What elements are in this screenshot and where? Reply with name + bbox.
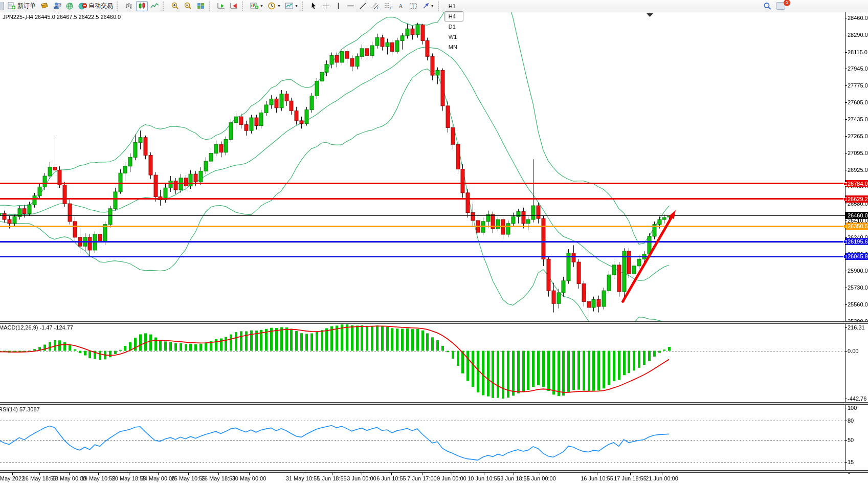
- macd-tick-label: 216.31: [848, 324, 865, 331]
- search-icon[interactable]: [762, 1, 773, 11]
- notifications-chat-icon[interactable]: 1: [774, 1, 787, 11]
- rsi-tick-label: 100: [848, 405, 857, 411]
- auto-trading-button[interactable]: 自动交易: [77, 1, 115, 11]
- auto-scroll-icon[interactable]: [215, 1, 227, 11]
- fibonacci-tool-icon[interactable]: F: [383, 1, 394, 11]
- price-badge: 26784.0: [845, 180, 868, 187]
- rsi-tick-label: 15: [848, 459, 854, 465]
- price-badge: 26629.2: [845, 195, 868, 203]
- new-order-button[interactable]: 新订单: [6, 1, 37, 11]
- timeframe-D1[interactable]: D1: [444, 21, 463, 32]
- price-tick-label: 27775.0: [848, 82, 868, 89]
- equidistant-channel-tool-icon[interactable]: E: [370, 1, 382, 11]
- time-tick-label: 15 Jun 00:00: [517, 475, 563, 481]
- toolbar-grip[interactable]: [438, 2, 442, 11]
- auto-trading-label: 自动交易: [88, 2, 113, 10]
- price-tick-label: 25560.0: [848, 301, 868, 308]
- price-tick-label: 27265.0: [848, 133, 868, 139]
- line-anchor-icon: [843, 225, 847, 228]
- price-tick-label: 26925.0: [848, 167, 868, 173]
- toolbar-grip[interactable]: [302, 2, 306, 11]
- bar-chart-mode-icon[interactable]: [123, 1, 135, 11]
- timeframe-H4[interactable]: H4: [444, 11, 463, 21]
- chevron-down-icon: ▼: [277, 4, 281, 8]
- candlestick-mode-icon[interactable]: [136, 1, 148, 11]
- macd-tick-label: 0.00: [848, 348, 858, 354]
- templates-button[interactable]: ▼: [283, 1, 300, 11]
- timeframe-W1[interactable]: W1: [444, 32, 463, 42]
- svg-text:T: T: [412, 4, 415, 9]
- text-tool-icon[interactable]: A: [395, 1, 407, 11]
- price-tick-label: 27435.0: [848, 116, 868, 122]
- chevron-down-icon: ▼: [431, 4, 434, 8]
- svg-text:E: E: [377, 6, 380, 10]
- macd-indicator-label: MACD(12,26,9) -1.47 -124.77: [0, 324, 73, 331]
- timeframe-MN[interactable]: MN: [444, 42, 463, 52]
- notification-count-badge: 1: [784, 0, 790, 6]
- price-tick-label: 28115.0: [848, 49, 867, 55]
- line-anchor-icon: [843, 197, 847, 201]
- symbol-period-label: JPN225-,H4: [3, 14, 33, 20]
- chevron-down-icon: ▼: [295, 4, 298, 8]
- periods-clock-button[interactable]: ▼: [266, 1, 282, 11]
- price-tick-label: 27095.0: [848, 150, 868, 156]
- chart-canvas[interactable]: [0, 0, 868, 483]
- chart-title-readout: JPN225-,H4 26445.0 26467.5 26422.5 26460…: [3, 14, 121, 20]
- market-depth-icon[interactable]: [38, 1, 50, 11]
- chevron-down-icon: ▼: [260, 4, 263, 8]
- price-badge: 26350.5: [845, 223, 868, 230]
- svg-text:F: F: [390, 6, 392, 10]
- panel-splitter[interactable]: [0, 470, 868, 473]
- toolbar-grip[interactable]: [117, 2, 121, 11]
- line-anchor-icon: [843, 255, 847, 258]
- main-toolbar: 新订单 自动交易: [0, 0, 868, 12]
- timeframe-toolbar: M1M5M15M30H1H4D1W1MN: [444, 0, 464, 52]
- arrows-tool-button[interactable]: ▼: [420, 1, 436, 11]
- price-badge: 26195.6: [845, 238, 868, 245]
- new-order-label: 新订单: [17, 2, 36, 10]
- price-tick-label: 28290.0: [848, 32, 868, 38]
- price-badge: 26460.0: [845, 212, 868, 219]
- trendline-tool-icon[interactable]: [358, 1, 369, 11]
- line-anchor-icon: [843, 240, 847, 244]
- vertical-line-tool-icon[interactable]: [333, 1, 344, 11]
- chart-shift-icon[interactable]: [228, 1, 240, 11]
- time-tick-label: 21 Jun 00:00: [639, 475, 685, 481]
- rsi-tick-label: 50: [848, 437, 854, 443]
- price-tick-label: 25730.0: [848, 284, 868, 291]
- horizontal-line-tool-icon[interactable]: [345, 1, 357, 11]
- svg-text:A: A: [398, 3, 403, 10]
- price-tick-label: 27945.0: [848, 65, 868, 72]
- line-chart-mode-icon[interactable]: [149, 1, 161, 11]
- toolbar-grip[interactable]: [242, 2, 246, 11]
- panel-splitter[interactable]: [0, 321, 868, 324]
- macd-tick-label: -442.76: [848, 396, 866, 402]
- time-tick-label: 30 May 00:00: [226, 475, 272, 481]
- news-signal-icon[interactable]: [64, 1, 76, 11]
- zoom-in-icon[interactable]: [169, 1, 181, 11]
- ohlc-readout: 26445.0 26467.5 26422.5 26460.0: [35, 14, 121, 20]
- trade-accounts-icon[interactable]: [51, 1, 63, 11]
- panel-splitter[interactable]: [0, 402, 868, 405]
- new-chart-button[interactable]: ▼: [249, 1, 265, 11]
- cursor-tool-icon[interactable]: [308, 1, 320, 11]
- toolbar-grip[interactable]: [209, 2, 213, 11]
- price-tick-label: 28460.0: [848, 15, 868, 21]
- price-tick-label: 25900.0: [848, 268, 868, 274]
- text-label-tool-icon[interactable]: T: [408, 1, 419, 11]
- price-tick-label: 27605.0: [848, 99, 868, 105]
- clipped-icon: [0, 2, 4, 10]
- price-badge: 26045.9: [845, 253, 868, 260]
- toolbar-right-icons: 1: [761, 1, 787, 11]
- tile-windows-icon[interactable]: [195, 1, 207, 11]
- rsi-indicator-label: RSI(14) 57.3087: [0, 406, 40, 412]
- zoom-out-icon[interactable]: [182, 1, 194, 11]
- rsi-tick-label: 80: [848, 418, 854, 424]
- line-anchor-icon: [843, 182, 847, 186]
- mt4-window: 新订单 自动交易: [0, 0, 868, 483]
- toolbar-grip[interactable]: [163, 2, 167, 11]
- timeframe-H1[interactable]: H1: [444, 1, 463, 11]
- crosshair-tool-icon[interactable]: [321, 1, 332, 11]
